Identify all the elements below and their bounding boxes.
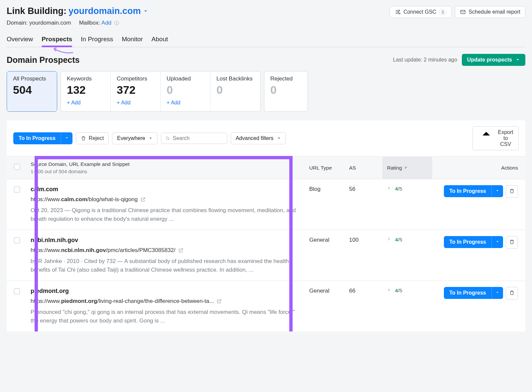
chevron-down-icon (65, 136, 69, 140)
chevron-down-icon (277, 136, 281, 140)
chevron-down-icon (149, 136, 153, 140)
row-checkbox[interactable] (14, 288, 20, 294)
stat-keywords[interactable]: Keywords 132 + Add (61, 71, 111, 111)
main-tabs: Overview Prospects In Progress Monitor A… (7, 36, 525, 47)
table-row: calm.com https://www.calm.com/blog/what-… (7, 179, 525, 230)
row-url[interactable]: https://www.ncbi.nlm.nih.gov/pmc/article… (31, 247, 270, 254)
annotation-arrow (50, 46, 76, 56)
mailbox-label: Mailbox: (79, 20, 100, 26)
tab-prospects[interactable]: Prospects (42, 36, 72, 47)
stat-competitors[interactable]: Competitors 372 + Add (111, 71, 161, 111)
to-in-progress-button[interactable]: To In Progress (13, 132, 61, 144)
row-to-in-progress-caret[interactable] (491, 287, 503, 299)
table-toolbar: To In Progress Reject Everywhere Advance… (7, 120, 525, 156)
row-as: 66 (349, 281, 382, 294)
page-title: Link Building: yourdomain.com (7, 6, 148, 16)
row-delete-button[interactable] (506, 236, 518, 249)
stat-keywords-add[interactable]: + Add (67, 100, 80, 106)
connect-gsc-button[interactable]: Connect GSC 0 (390, 6, 452, 18)
advanced-filters-button[interactable]: Advanced filters (231, 132, 286, 144)
row-rating[interactable]: 4/5 (382, 230, 432, 249)
annotation-highlight (35, 156, 38, 331)
reject-button[interactable]: Reject (76, 132, 109, 144)
row-checkbox[interactable] (14, 237, 20, 243)
stat-uploaded[interactable]: Uploaded 0 + Add (161, 71, 210, 111)
row-to-in-progress-caret[interactable] (491, 236, 503, 248)
domain-dropdown[interactable]: yourdomain.com (68, 6, 148, 16)
chevron-right-icon (387, 237, 392, 241)
row-to-in-progress-button[interactable]: To In Progress (444, 185, 491, 197)
title-prefix: Link Building: (7, 6, 66, 16)
row-checkbox[interactable] (14, 187, 20, 193)
info-icon[interactable]: ⓘ (113, 20, 119, 26)
svg-point-0 (399, 10, 400, 11)
search-icon (165, 136, 170, 141)
search-input[interactable] (173, 135, 223, 141)
row-rating[interactable]: 4/5 (382, 179, 432, 198)
last-update-text: Last update: 2 minutes ago (393, 57, 457, 63)
svg-point-1 (398, 12, 399, 13)
row-url[interactable]: https://www.calm.com/blog/what-is-qigong (31, 196, 270, 203)
tab-about[interactable]: About (152, 36, 168, 47)
select-all-checkbox[interactable] (14, 164, 20, 170)
row-domain[interactable]: ncbi.nlm.nih.gov (31, 237, 303, 244)
svg-point-4 (166, 137, 168, 139)
th-actions: Actions (432, 165, 525, 171)
mail-icon (460, 9, 466, 15)
row-snippet: by R Jahnke · 2010 · Cited by 732 — A su… (31, 257, 303, 274)
scope-select[interactable]: Everywhere (112, 132, 157, 144)
chevron-down-icon (515, 58, 520, 62)
chevron-down-icon (495, 189, 499, 193)
external-link-icon[interactable] (140, 197, 146, 202)
tab-overview[interactable]: Overview (7, 36, 33, 47)
row-url[interactable]: https://www.piedmont.org/living-real-cha… (31, 298, 270, 305)
th-rating[interactable]: Rating (382, 157, 432, 179)
trash-icon (509, 290, 515, 296)
row-delete-button[interactable] (506, 185, 518, 198)
row-delete-button[interactable] (506, 287, 518, 300)
row-as: 100 (349, 230, 382, 243)
th-as[interactable]: AS (349, 165, 382, 171)
export-csv-button[interactable]: Export to CSV (472, 126, 519, 150)
connect-gsc-count-badge: 0 (439, 9, 447, 15)
trash-icon (509, 188, 515, 194)
row-snippet: Oct 20, 2023 — Qigong is a traditional C… (31, 206, 303, 223)
stat-rejected[interactable]: Rejected 0 (264, 71, 308, 111)
row-domain[interactable]: calm.com (31, 186, 303, 193)
stat-cards: All Prospects 504 Keywords 132 + Add Com… (7, 71, 525, 112)
stat-all-prospects[interactable]: All Prospects 504 (7, 71, 57, 111)
row-as: 56 (349, 179, 382, 193)
prospects-table: Source Domain, URL Example and Snippet 1… (7, 156, 525, 331)
chevron-right-icon (387, 288, 392, 292)
row-rating[interactable]: 4/5 (382, 281, 432, 300)
stat-competitors-add[interactable]: + Add (117, 100, 130, 106)
update-prospects-button[interactable]: Update prospects (462, 54, 525, 66)
schedule-report-button[interactable]: Schedule email report (455, 6, 525, 18)
tab-monitor[interactable]: Monitor (122, 36, 143, 47)
th-domain-sub: 1-100 out of 504 domains (31, 169, 303, 174)
table-row: piedmont.org https://www.piedmont.org/li… (7, 281, 525, 331)
row-domain[interactable]: piedmont.org (31, 288, 303, 295)
row-url-type: Blog (309, 179, 349, 193)
row-to-in-progress-caret[interactable] (491, 185, 503, 197)
th-domain: Source Domain, URL Example and Snippet (31, 161, 303, 167)
row-url-type: General (309, 281, 349, 294)
chevron-right-icon (387, 186, 392, 191)
to-in-progress-caret[interactable] (61, 132, 72, 144)
external-link-icon[interactable] (178, 248, 184, 253)
mailbox-add-link[interactable]: Add (101, 20, 111, 26)
sliders-icon (395, 9, 401, 15)
tab-in-progress[interactable]: In Progress (81, 36, 113, 47)
annotation-highlight (289, 156, 293, 331)
domain-label: Domain: yourdomain.com (7, 20, 71, 26)
stat-uploaded-add[interactable]: + Add (167, 100, 180, 106)
search-wrap (161, 133, 227, 144)
stat-lost-backlinks[interactable]: Lost Backlinks 0 (210, 71, 260, 111)
chevron-down-icon (495, 240, 499, 244)
external-link-icon[interactable] (216, 299, 222, 304)
row-to-in-progress-button[interactable]: To In Progress (444, 236, 491, 248)
th-url-type[interactable]: URL Type (309, 165, 349, 171)
row-to-in-progress-button[interactable]: To In Progress (444, 287, 491, 299)
upload-icon (477, 130, 495, 147)
trash-icon (509, 239, 515, 245)
